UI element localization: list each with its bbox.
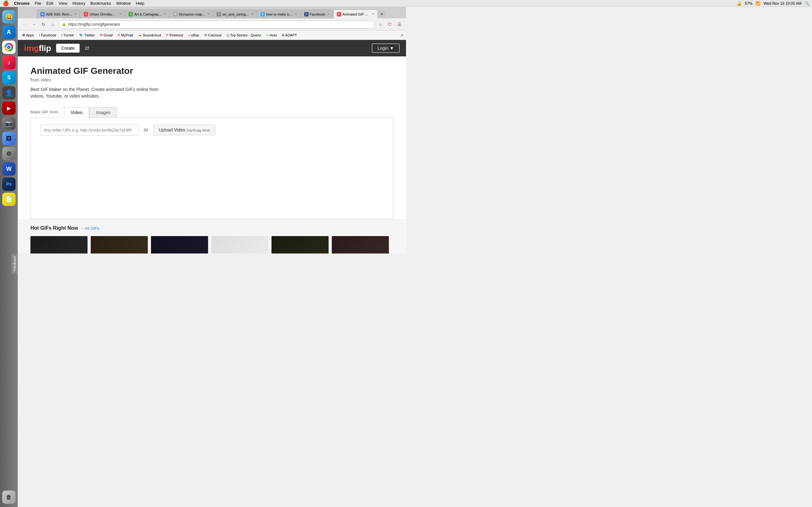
- dock-item-notes[interactable]: 📄: [2, 193, 15, 206]
- dock-item-skype[interactable]: S: [2, 71, 15, 84]
- tab-label-art: Art & Cartograp...: [134, 12, 161, 16]
- tab-animgif[interactable]: ⊞ Animated GIF C... ×: [334, 9, 378, 18]
- new-tab-button[interactable]: +: [378, 10, 386, 18]
- dock-item-ps[interactable]: Ps: [2, 177, 15, 191]
- tab-dymaxion[interactable]: W Dymaxion map... ×: [170, 9, 213, 18]
- menu-chrome[interactable]: Chrome: [14, 1, 30, 6]
- menu-edit[interactable]: Edit: [46, 1, 53, 6]
- bookmark-facebook[interactable]: f Facebook: [37, 33, 58, 38]
- tab-close-art[interactable]: ×: [164, 12, 166, 16]
- pinterest-icon: P: [166, 33, 168, 37]
- gifs-grid: [31, 236, 393, 253]
- tab-images[interactable]: Images: [89, 107, 117, 118]
- tab-close-urban[interactable]: ×: [119, 12, 121, 16]
- video-url-input[interactable]: [40, 124, 139, 135]
- tab-art[interactable]: A Art & Cartograp... ×: [125, 9, 169, 18]
- bookmark-mypratt[interactable]: P MyPratt: [116, 33, 135, 38]
- dock-item-chrome[interactable]: [2, 41, 15, 54]
- dock-item-appstore[interactable]: A: [2, 25, 15, 39]
- dock-item-system-prefs[interactable]: ⚙: [2, 147, 15, 160]
- gif-thumb-4[interactable]: [211, 236, 268, 253]
- shuffle-icon[interactable]: ⇄: [85, 45, 90, 52]
- tab-urban[interactable]: U Urban Omnibus... ×: [80, 9, 125, 18]
- tab-ade[interactable]: M ADE 630: Rem... ×: [37, 9, 80, 18]
- dock-item-red[interactable]: ▶: [2, 101, 15, 115]
- back-button[interactable]: ←: [20, 20, 29, 29]
- menu-window[interactable]: Window: [116, 1, 131, 6]
- tab-label-dymaxion: Dymaxion map...: [179, 12, 205, 16]
- tab-label-artcarto2: art_and_cartog...: [222, 12, 249, 16]
- tab-favicon-artcarto2: ⊡: [217, 12, 221, 16]
- address-bar[interactable]: 🔒 https://imgflip.com/gifgenerator: [58, 20, 375, 29]
- dock-item-camera[interactable]: 📷: [2, 117, 15, 130]
- tab-close-howtomake[interactable]: ×: [295, 12, 297, 16]
- menu-history[interactable]: History: [72, 1, 85, 6]
- dock-item-avatar[interactable]: 👤: [2, 86, 15, 100]
- bookmark-soundcloud[interactable]: ☁ Soundcloud: [136, 32, 163, 38]
- bookmark-mypratt-label: MyPratt: [121, 33, 133, 37]
- bookmark-tumblr[interactable]: t Tumblr: [59, 33, 76, 38]
- mac-menubar: 🍎 Chrome File Edit View History Bookmark…: [0, 0, 406, 7]
- tab-favicon-ade: M: [40, 12, 45, 16]
- dock-item-music[interactable]: ♪: [2, 56, 15, 69]
- page-description: Best GIF Maker on the Planet. Create ani…: [31, 86, 164, 100]
- bookmark-adapt[interactable]: A ADAPT: [280, 33, 299, 38]
- tab-favicon-howtomake: 8: [260, 12, 265, 16]
- dock-item-screenshot[interactable]: 🖼: [2, 132, 15, 145]
- tab-label-urban: Urban Omnibus...: [90, 12, 117, 16]
- refresh-button[interactable]: ↻: [39, 20, 48, 29]
- ssl-lock-icon: 🔒: [62, 22, 66, 26]
- more-bookmarks[interactable]: »: [401, 32, 403, 38]
- bookmark-apps[interactable]: ⊞ Apps: [20, 32, 36, 38]
- tab-artcarto2[interactable]: ⊡ art_and_cartog... ×: [213, 9, 257, 18]
- tab-label-howtomake: how to make ic...: [266, 12, 293, 16]
- gif-thumb-3[interactable]: [151, 236, 208, 253]
- dock-item-finder[interactable]: 😀: [2, 10, 15, 23]
- tab-favicon-facebook: f: [304, 12, 309, 16]
- bookmark-ebay[interactable]: e eBay: [187, 33, 201, 38]
- chrome-icon: [4, 43, 13, 52]
- menu-help[interactable]: Help: [136, 1, 144, 6]
- dock-item-word[interactable]: W: [2, 162, 15, 176]
- menu-bookmarks[interactable]: Bookmarks: [90, 1, 111, 6]
- tab-video[interactable]: Video: [64, 107, 90, 118]
- home-button[interactable]: ⌂: [49, 20, 57, 29]
- gif-thumb-6[interactable]: [332, 236, 389, 253]
- bookmark-twitter[interactable]: 🐦 Twitter: [77, 32, 96, 38]
- bookmark-hulu[interactable]: H Hulu: [264, 33, 279, 38]
- tab-close-animgif[interactable]: ×: [372, 12, 374, 16]
- gif-thumb-2[interactable]: [91, 236, 148, 253]
- bookmark-topstories[interactable]: Q Top Stories - Quartz: [224, 33, 263, 38]
- dock: 😀 A ♪ S 👤 ▶ 📷 🖼 ⚙ W Ps 📄 🗑: [0, 7, 18, 253]
- tab-close-dymaxion[interactable]: ×: [207, 12, 209, 16]
- forward-button[interactable]: →: [30, 20, 38, 29]
- create-button[interactable]: Create: [56, 44, 80, 53]
- extension-button[interactable]: 🛡: [386, 20, 394, 29]
- bookmark-pinterest[interactable]: P Pinterest: [164, 33, 185, 38]
- tab-facebook[interactable]: f Facebook ×: [301, 9, 333, 18]
- bookmark-star-button[interactable]: ☆: [376, 20, 385, 29]
- tab-close-artcarto2[interactable]: ×: [251, 12, 253, 16]
- upload-video-button[interactable]: Upload Video (mp4/ogg best): [153, 124, 215, 135]
- bookmark-gmail[interactable]: ✉ Gmail: [98, 32, 115, 38]
- logo-img-part: img: [24, 43, 39, 53]
- menu-file[interactable]: File: [35, 1, 41, 6]
- all-gifs-link[interactable]: →All GIFs: [81, 226, 99, 231]
- upload-section: or Upload Video (mp4/ogg best): [31, 118, 393, 219]
- upload-btn-sub: (mp4/ogg best): [187, 128, 210, 132]
- bookmark-colossal[interactable]: ⊙ Colossal: [202, 32, 223, 38]
- login-button[interactable]: Login ▼: [372, 43, 400, 53]
- menu-view[interactable]: View: [58, 1, 67, 6]
- gif-thumb-5[interactable]: [271, 236, 328, 253]
- colossal-icon: ⊙: [204, 33, 207, 37]
- gif-tabs-container: Make GIF from... Video Images: [31, 107, 393, 118]
- imgflip-logo[interactable]: imgflip: [24, 43, 51, 53]
- gif-thumb-1[interactable]: [31, 236, 88, 253]
- tab-howtomake[interactable]: 8 how to make ic... ×: [257, 9, 300, 18]
- tab-close-ade[interactable]: ×: [75, 12, 77, 16]
- tab-close-facebook[interactable]: ×: [328, 12, 329, 16]
- apple-menu[interactable]: 🍎: [3, 0, 9, 6]
- menu-button[interactable]: ☰: [395, 20, 403, 29]
- tab-favicon-animgif: ⊞: [337, 12, 341, 16]
- bookmark-colossal-label: Colossal: [208, 33, 221, 37]
